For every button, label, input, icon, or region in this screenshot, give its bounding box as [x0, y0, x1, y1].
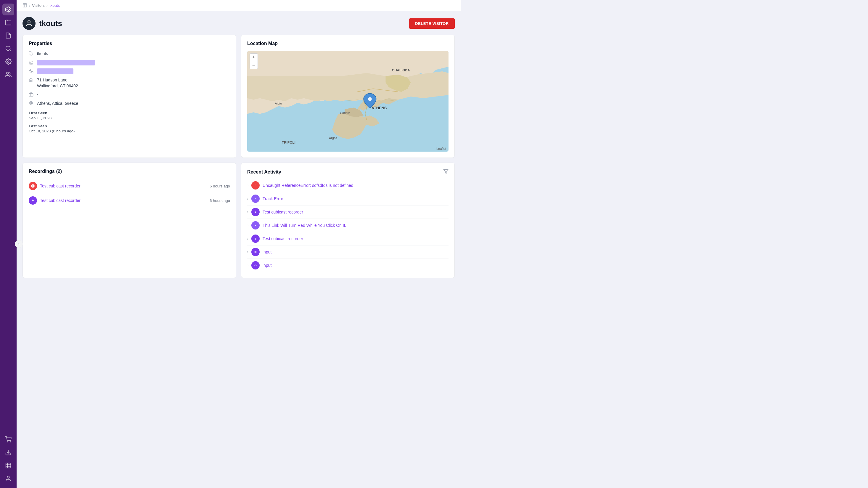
map-container[interactable]: + − Leaflet	[247, 51, 448, 152]
activity-link-3[interactable]: This Link Will Turn Red While You Click …	[262, 223, 346, 228]
properties-title: Properties	[29, 41, 230, 46]
sidebar-icon-gear[interactable]	[2, 56, 14, 67]
activity-item-3: › This Link Will Turn Red While You Clic…	[247, 219, 448, 232]
prop-phone: ████████████	[29, 68, 230, 74]
svg-text:Aigio: Aigio	[275, 101, 282, 105]
sidebar-toggle-button[interactable]: ›	[15, 240, 23, 248]
zoom-out-button[interactable]: −	[250, 61, 257, 69]
map-title: Location Map	[247, 41, 448, 46]
page-title-row: tkouts DELETE VISITOR	[23, 17, 455, 30]
zoom-in-button[interactable]: +	[250, 54, 257, 61]
svg-text:CHALKIDA: CHALKIDA	[392, 68, 410, 72]
svg-point-20	[30, 102, 32, 104]
address-value: 71 Hudson Lane Wallingford, CT 06492	[37, 77, 78, 89]
page-title: tkouts	[39, 19, 62, 28]
phone-icon	[29, 69, 34, 74]
breadcrumb-visitors[interactable]: Visitors	[32, 3, 44, 8]
prop-email: @ ████████████████████	[29, 60, 230, 65]
first-seen-section: First Seen Sep 11, 2023 Last Seen Oct 18…	[29, 111, 230, 133]
sidebar-icon-person[interactable]	[2, 472, 14, 484]
recording-time-1: 6 hours ago	[210, 184, 230, 188]
svg-text:Argos: Argos	[329, 136, 337, 140]
activity-icon-3	[251, 221, 260, 230]
recordings-card: Recordings (2) Test cubicast recorder	[23, 162, 236, 278]
activity-item-1: › Track Error	[247, 192, 448, 206]
activity-link-1[interactable]: Track Error	[262, 196, 283, 201]
svg-point-29	[368, 97, 372, 101]
sidebar-icon-table[interactable]	[2, 460, 14, 471]
activity-link-0[interactable]: Uncaught ReferenceError: sdfsdfds is not…	[262, 183, 353, 188]
activity-link-5[interactable]: input	[262, 250, 272, 254]
svg-marker-34	[444, 170, 448, 174]
filter-icon[interactable]	[443, 169, 448, 175]
email-value: ████████████████████	[37, 60, 95, 65]
activity-chevron-0[interactable]: ›	[247, 183, 248, 187]
recording-item-1: Test cubicast recorder 6 hours ago	[29, 179, 230, 193]
svg-point-49	[254, 250, 257, 254]
svg-point-7	[10, 441, 11, 442]
activity-chevron-4[interactable]: ›	[247, 237, 248, 241]
svg-point-44	[255, 225, 256, 226]
at-icon: @	[29, 60, 34, 65]
sidebar-icon-search[interactable]	[2, 43, 14, 55]
activity-icon-0	[251, 181, 260, 189]
activity-chevron-5[interactable]: ›	[247, 250, 248, 254]
avatar	[23, 17, 35, 30]
svg-rect-14	[23, 4, 27, 7]
svg-point-13	[7, 476, 9, 478]
page-content: tkouts DELETE VISITOR Properties	[17, 11, 461, 488]
activity-item-2: › Test cubicast recorder	[247, 206, 448, 219]
recording-time-2: 6 hours ago	[210, 199, 230, 203]
sidebar-icon-users[interactable]	[2, 69, 14, 81]
activity-header: Recent Activity	[247, 169, 448, 175]
page-title-left: tkouts	[23, 17, 62, 30]
delete-visitor-button[interactable]: DELETE VISITOR	[409, 18, 455, 29]
breadcrumb: › Visitors › tkouts	[23, 3, 60, 8]
first-seen-value: Sep 11, 2023	[29, 116, 230, 120]
activity-item-4: › Test cubicast recorder	[247, 232, 448, 245]
main-content: › Visitors › tkouts tkouts DEL	[17, 0, 461, 488]
prop-username: tkouts	[29, 51, 230, 57]
activity-chevron-3[interactable]: ›	[247, 223, 248, 227]
breadcrumb-current: tkouts	[50, 3, 60, 8]
activity-chevron-1[interactable]: ›	[247, 196, 248, 201]
activity-icon-1	[251, 194, 260, 203]
leaflet-label: Leaflet	[436, 147, 446, 150]
activity-link-6[interactable]: input	[262, 263, 272, 268]
recording-link-2[interactable]: Test cubicast recorder	[40, 198, 81, 203]
svg-rect-9	[6, 463, 11, 468]
activity-link-2[interactable]: Test cubicast recorder	[262, 210, 303, 214]
sidebar-icon-cart[interactable]	[2, 433, 14, 445]
activity-link-4[interactable]: Test cubicast recorder	[262, 236, 303, 241]
username-value: tkouts	[37, 51, 48, 57]
activity-chevron-6[interactable]: ›	[247, 263, 248, 267]
svg-rect-40	[255, 211, 256, 213]
map-svg: CHALKIDA Aigio Corinth ATHENS Argos TRIP…	[247, 51, 448, 152]
sidebar-icon-document[interactable]	[2, 30, 14, 41]
first-seen-label: First Seen	[29, 111, 230, 115]
sidebar	[0, 0, 17, 488]
header: › Visitors › tkouts	[17, 0, 461, 11]
recording-link-1[interactable]: Test cubicast recorder	[40, 184, 81, 188]
activity-chevron-2[interactable]: ›	[247, 210, 248, 214]
recording-item-2: Test cubicast recorder 6 hours ago	[29, 193, 230, 208]
prop-address: 71 Hudson Lane Wallingford, CT 06492	[29, 77, 230, 89]
sidebar-icon-folder[interactable]	[2, 17, 14, 28]
svg-rect-46	[255, 238, 256, 240]
activity-icon-5	[251, 248, 260, 256]
location-value: Athens, Attica, Greece	[37, 101, 78, 106]
activity-item-5: › input	[247, 245, 448, 259]
last-seen-value: Oct 18, 2023 (6 hours ago)	[29, 129, 230, 133]
svg-text:ATHENS: ATHENS	[372, 106, 386, 110]
home-icon	[23, 3, 27, 8]
recordings-title: Recordings (2)	[29, 169, 230, 174]
svg-point-52	[254, 264, 257, 267]
activity-icon-2	[251, 208, 260, 216]
user-tag-icon	[29, 51, 34, 57]
prop-company: -	[29, 92, 230, 98]
sidebar-icon-download[interactable]	[2, 447, 14, 458]
svg-point-5	[6, 72, 8, 74]
home-prop-icon	[29, 78, 34, 83]
sidebar-icon-cube[interactable]	[2, 4, 14, 16]
properties-card: Properties tkouts @ ███████████████████	[23, 35, 236, 158]
